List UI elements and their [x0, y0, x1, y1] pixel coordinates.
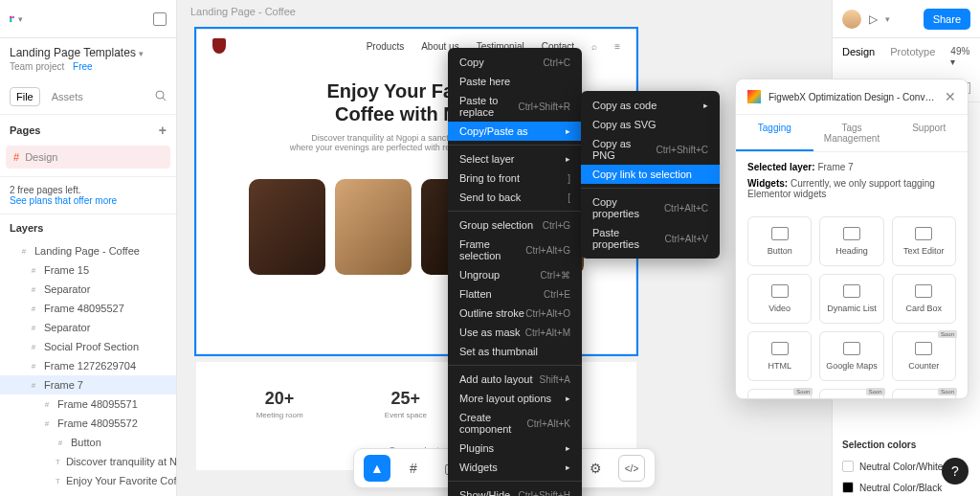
menu-item[interactable]: FlattenCtrl+E [448, 284, 582, 304]
left-panel: ▾ Landing Page Templates ▾ Team project … [0, 0, 177, 496]
layer-type-icon: T [56, 476, 60, 485]
plugin-tab-support[interactable]: Support [890, 115, 968, 151]
layer-item[interactable]: #Landing Page - Coffee [0, 241, 176, 260]
menu-item[interactable]: Paste propertiesCtrl+Alt+V [581, 223, 720, 254]
zoom-level[interactable]: 49% ▾ [950, 46, 970, 67]
menu-item[interactable]: Set as thumbnail [448, 342, 582, 361]
menu-item[interactable]: Add auto layoutShift+A [448, 370, 582, 389]
widget-heading[interactable]: Heading [819, 216, 883, 266]
layer-item[interactable]: #Button [0, 433, 176, 452]
menu-item[interactable]: Copy as PNGCtrl+Shift+C [581, 134, 720, 165]
layer-type-icon: # [29, 342, 38, 351]
see-plans-link[interactable]: See plans that offer more [10, 195, 167, 206]
widget-counter[interactable]: SoonCounter [892, 331, 956, 381]
layer-item[interactable]: TDiscover tranquility at Ngopi [0, 452, 176, 471]
help-button[interactable]: ? [942, 458, 969, 485]
actions-tool[interactable]: ⚙ [582, 455, 609, 482]
layer-type-icon: # [42, 418, 52, 428]
menu-item[interactable]: Copy/Paste as▸ [448, 122, 582, 141]
menu-item[interactable]: CopyCtrl+C [448, 53, 582, 72]
layer-item[interactable]: #Frame 7 [0, 375, 176, 395]
frame-label[interactable]: Landing Page - Coffee [177, 0, 832, 29]
free-badge[interactable]: Free [73, 61, 93, 72]
menu-item[interactable]: Copy link to selection [581, 165, 720, 184]
widget-form[interactable]: SoonForm [819, 389, 883, 398]
tab-assets[interactable]: Assets [52, 88, 83, 105]
menu-item[interactable]: Show/HideCtrl+Shift+H [448, 485, 582, 496]
layer-item[interactable]: #Separator [0, 318, 176, 337]
widget-search[interactable]: SoonSearch [892, 389, 956, 398]
layer-item[interactable]: #Frame 48095527 [0, 299, 176, 318]
figma-logo-icon[interactable]: ▾ [10, 12, 23, 26]
widget-video[interactable]: Video [747, 274, 812, 324]
menu-item[interactable]: Copy propertiesCtrl+Alt+C [581, 192, 720, 223]
widget-google-maps[interactable]: Google Maps [819, 331, 883, 381]
layer-item[interactable]: #Frame 48095572 [0, 414, 176, 433]
menu-item[interactable]: Outline strokeCtrl+Alt+O [448, 304, 582, 323]
soon-badge: Soon [793, 388, 813, 395]
widget-accordion[interactable]: SoonAccordion [747, 389, 812, 398]
menu-item[interactable]: Select layer▸ [448, 149, 582, 169]
widget-icon [915, 342, 932, 355]
menu-item[interactable]: Plugins▸ [448, 439, 582, 458]
soon-badge: Soon [938, 330, 957, 338]
chevron-down-icon[interactable]: ▾ [885, 14, 890, 24]
menu-item[interactable]: Paste here [448, 72, 582, 91]
canvas-area[interactable]: Landing Page - Coffee Products About us … [177, 0, 832, 496]
panel-toggle-icon[interactable] [153, 12, 167, 26]
widget-card-box[interactable]: Card Box [892, 274, 956, 324]
layer-item[interactable]: TEnjoy Your Favorite Coffee w [0, 471, 176, 490]
menu-item[interactable]: Copy as code▸ [581, 96, 720, 115]
widget-dynamic-list[interactable]: Dynamic List [819, 274, 883, 324]
widget-button[interactable]: Button [747, 216, 812, 266]
menu-item[interactable]: Widgets▸ [448, 458, 582, 477]
layer-item[interactable]: #Social Proof Section [0, 337, 176, 356]
dev-mode-tool[interactable]: </> [618, 455, 645, 482]
layer-type-icon: # [29, 284, 38, 294]
tab-design[interactable]: Design [842, 46, 875, 67]
menu-item[interactable]: More layout options▸ [448, 389, 582, 408]
plugin-logo-icon [747, 90, 761, 103]
project-title[interactable]: Landing Page Templates [10, 46, 136, 59]
menu-item[interactable]: Group selectionCtrl+G [448, 215, 582, 235]
soon-badge: Soon [866, 388, 885, 395]
share-button[interactable]: Share [924, 9, 970, 30]
user-avatar[interactable] [842, 10, 861, 29]
menu-item[interactable]: Paste to replaceCtrl+Shift+R [448, 91, 582, 122]
context-menu[interactable]: CopyCtrl+CPaste herePaste to replaceCtrl… [448, 48, 582, 496]
menu-item[interactable]: Use as maskCtrl+Alt+M [448, 323, 582, 342]
widget-icon [843, 284, 860, 298]
context-submenu[interactable]: Copy as code▸Copy as SVGCopy as PNGCtrl+… [581, 91, 720, 259]
plugin-tab-tags-management[interactable]: Tags Management [813, 115, 891, 151]
add-page-icon[interactable]: + [159, 123, 167, 138]
layer-type-icon: # [29, 323, 38, 332]
layer-item[interactable]: #Frame 1272629704 [0, 356, 176, 375]
chevron-down-icon[interactable]: ▾ [139, 49, 144, 58]
move-tool[interactable]: ▲ [364, 455, 390, 482]
tab-file[interactable]: File [10, 87, 40, 106]
widget-html[interactable]: HTML [747, 331, 812, 381]
tab-prototype[interactable]: Prototype [890, 46, 935, 67]
frame-tool[interactable]: # [400, 455, 427, 482]
card-image [335, 179, 412, 275]
team-project-label[interactable]: Team project [10, 61, 64, 72]
menu-item[interactable]: Create componentCtrl+Alt+K [448, 408, 582, 439]
nav-link: Products [367, 41, 404, 52]
layer-item[interactable]: #Frame 15 [0, 260, 176, 280]
play-icon[interactable]: ▷ [869, 12, 878, 26]
menu-item[interactable]: Frame selectionCtrl+Alt+G [448, 235, 582, 265]
layer-item[interactable]: #Frame 48095571 [0, 395, 176, 414]
layer-item[interactable]: #Frame 2 [0, 490, 176, 496]
layer-item[interactable]: #Separator [0, 280, 176, 299]
layer-type-icon: # [56, 438, 65, 447]
menu-item[interactable]: Send to back[ [448, 188, 582, 207]
close-icon[interactable]: ✕ [945, 89, 956, 104]
search-icon[interactable] [155, 90, 167, 103]
menu-item[interactable]: Bring to front] [448, 169, 582, 188]
plugin-tab-tagging[interactable]: Tagging [736, 115, 813, 151]
menu-item[interactable]: Copy as SVG [581, 115, 720, 134]
svg-point-3 [10, 19, 12, 22]
page-item[interactable]: # Design [6, 146, 170, 169]
widget-text-editor[interactable]: Text Editor [892, 216, 956, 266]
menu-item[interactable]: UngroupCtrl+⌘ [448, 265, 582, 284]
